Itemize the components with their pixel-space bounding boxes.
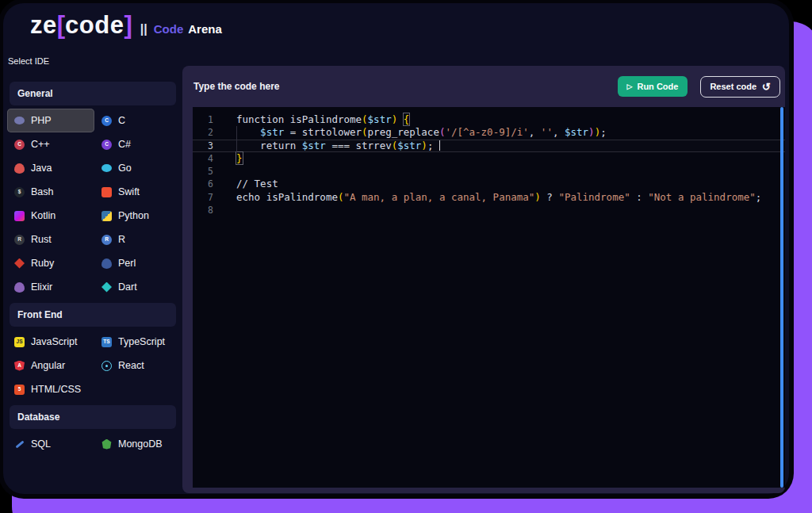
code-line: 8 [193,204,785,216]
text-cursor [439,140,441,151]
line-number: 1 [193,113,213,126]
run-code-button[interactable]: ▷ Run Code [618,76,688,97]
line-number: 6 [193,178,213,190]
sidebar-section-items: JSJavaScriptTSTypeScriptAAngularReact5HT… [3,327,182,401]
sidebar-item-php[interactable]: PHP [7,109,94,132]
sidebar-item-label: Java [31,163,52,174]
line-number: 3 [193,140,213,152]
line-content: } [236,152,243,165]
sidebar-item-sql[interactable]: SQL [7,432,94,456]
sidebar-item-perl[interactable]: Perl [94,251,182,275]
sidebar-item-ruby[interactable]: Ruby [7,251,94,275]
sidebar-item-r[interactable]: RR [94,228,182,251]
editor-scrollbar[interactable] [780,107,783,488]
r-icon: R [102,235,112,245]
reset-code-label: Reset code [710,82,756,91]
sidebar-item-label: Rust [31,234,52,245]
editor-title: Type the code here [193,81,618,92]
code-line: 7echo isPalindrome("A man, a plan, a can… [193,191,785,204]
line-number: 5 [193,165,213,178]
line-content: return $str === strrev($str); [236,140,440,152]
line-number: 4 [193,152,213,165]
app-window: ze[code] || Code Arena Select IDE Genera… [3,3,789,494]
go-icon [102,164,112,172]
sidebar: GeneralPHPCCCC++CC#JavaGo$BashSwiftKotli… [3,82,182,456]
sidebar-item-label: C++ [31,139,50,150]
code-line: 2 $str = strtolower(preg_replace('/[^a-z… [193,126,785,139]
logo-separator: || [140,22,147,36]
line-content: // Test [236,178,278,190]
logo-text-code: code [65,11,124,40]
sidebar-item-htmlcss[interactable]: 5HTML/CSS [7,377,94,401]
sidebar-section-items: PHPCCCC++CC#JavaGo$BashSwiftKotlinPython… [3,105,182,299]
sidebar-item-cpp[interactable]: CC++ [7,132,94,156]
code-line: 6// Test [193,178,785,190]
typescript-icon: TS [102,337,112,347]
sidebar-item-java[interactable]: Java [7,156,94,180]
sidebar-item-react[interactable]: React [94,354,182,377]
line-number: 7 [193,191,213,204]
ruby-icon [14,258,25,269]
code-line: 1function isPalindrome($str) { [193,113,785,126]
sidebar-item-typescript[interactable]: TSTypeScript [94,330,182,354]
line-number: 2 [193,126,213,139]
run-code-label: Run Code [637,82,678,91]
sidebar-item-bash[interactable]: $Bash [7,180,94,204]
sidebar-item-rust[interactable]: RRust [7,228,94,251]
code-lines: 1function isPalindrome($str) {2 $str = s… [193,107,785,216]
python-icon [102,211,112,221]
reset-code-button[interactable]: Reset code ↺ [700,76,780,98]
php-icon [14,117,25,124]
sidebar-item-elixir[interactable]: Elixir [7,275,94,299]
sidebar-item-label: Swift [118,186,140,197]
sidebar-item-label: Angular [31,360,65,371]
kotlin-icon [14,211,25,221]
sidebar-item-mongodb[interactable]: MongoDB [94,432,182,456]
mongodb-icon [102,439,112,450]
sidebar-item-angular[interactable]: AAngular [7,354,94,377]
code-line: 4} [193,152,785,165]
elixir-icon [14,282,25,293]
sidebar-section-header: General [10,82,176,105]
code-line: 5 [193,165,785,178]
line-content: function isPalindrome($str) { [236,113,409,126]
sidebar-item-label: Kotlin [31,210,56,221]
csharp-icon: C [102,140,112,150]
c-icon: C [102,116,112,126]
line-content: $str = strtolower(preg_replace('/[^a-z0-… [236,126,607,139]
sidebar-item-label: C# [118,139,131,150]
code-line: 3 return $str === strrev($str); [193,140,785,152]
sidebar-item-javascript[interactable]: JSJavaScript [7,330,94,354]
sidebar-item-label: Python [118,210,149,221]
javascript-icon: JS [14,337,25,347]
sql-icon [14,439,25,450]
cpp-icon: C [14,140,25,150]
sidebar-item-label: TypeScript [118,336,165,347]
logo-subtitle-arena: Arena [188,22,222,36]
editor-panel-header: Type the code here ▷ Run Code Reset code… [182,66,785,107]
logo-text-ze: ze [30,11,57,40]
select-ide-label: Select IDE [8,56,49,66]
sidebar-item-label: Dart [118,281,137,293]
dart-icon [102,282,112,293]
sidebar-item-label: C [118,115,125,126]
sidebar-item-label: JavaScript [31,336,77,347]
sidebar-item-label: R [118,234,125,245]
htmlcss-icon: 5 [14,385,25,395]
sidebar-item-label: Ruby [31,258,54,269]
reset-icon: ↺ [762,82,771,92]
sidebar-item-kotlin[interactable]: Kotlin [7,204,94,228]
bash-icon: $ [14,187,25,197]
sidebar-item-csharp[interactable]: CC# [94,132,182,156]
sidebar-item-dart[interactable]: Dart [94,275,182,299]
line-content: echo isPalindrome("A man, a plan, a cana… [236,191,761,204]
sidebar-item-c[interactable]: CC [94,109,182,132]
sidebar-item-label: Perl [118,258,136,269]
sidebar-section-header: Front End [10,303,176,327]
angular-icon: A [14,361,25,371]
rust-icon: R [14,235,25,245]
sidebar-item-go[interactable]: Go [94,156,182,180]
sidebar-item-swift[interactable]: Swift [94,180,182,204]
sidebar-item-python[interactable]: Python [94,204,182,228]
code-editor[interactable]: 1function isPalindrome($str) {2 $str = s… [193,107,785,488]
